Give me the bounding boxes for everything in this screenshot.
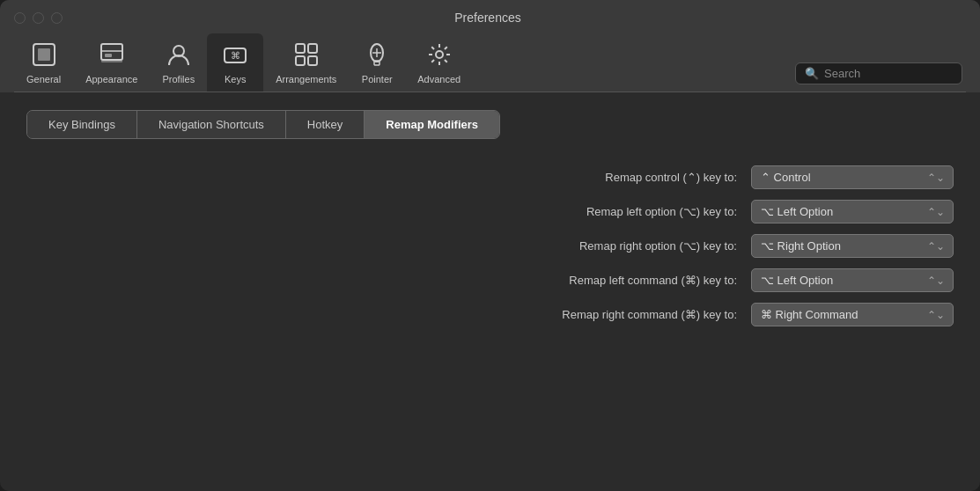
advanced-icon: [424, 39, 455, 70]
search-icon: 🔍: [805, 67, 819, 80]
tab-hotkey[interactable]: Hotkey: [286, 111, 365, 138]
profiles-label: Profiles: [162, 74, 195, 84]
advanced-label: Advanced: [417, 74, 461, 84]
toolbar-item-appearance[interactable]: Appearance: [73, 33, 150, 92]
control-label: Remap control (⌃) key to:: [455, 171, 737, 184]
svg-point-17: [436, 51, 443, 58]
tab-bar: Key Bindings Navigation Shortcuts Hotkey…: [26, 110, 500, 139]
window-title: Preferences: [63, 11, 913, 25]
appearance-label: Appearance: [85, 74, 137, 84]
titlebar: Preferences General: [0, 0, 980, 92]
keys-icon: ⌘: [219, 39, 251, 70]
svg-rect-11: [296, 56, 305, 65]
traffic-lights: [14, 12, 63, 24]
tab-remap-modifiers[interactable]: Remap Modifiers: [365, 111, 499, 138]
pointer-icon: [361, 39, 393, 70]
form-row-right-option: Remap right option (⌥) key to: ⌃ Control…: [44, 234, 954, 258]
toolbar-icons: General Appearance: [14, 33, 795, 92]
toolbar-item-advanced[interactable]: Advanced: [405, 33, 473, 92]
preferences-window: Preferences General: [0, 0, 980, 491]
search-input[interactable]: [824, 67, 947, 80]
arrangements-icon: [291, 39, 322, 70]
profiles-icon: [163, 39, 195, 70]
titlebar-top: Preferences: [14, 11, 966, 25]
toolbar: General Appearance: [14, 33, 966, 92]
svg-rect-9: [296, 44, 305, 53]
left-option-label: Remap left option (⌥) key to:: [455, 205, 737, 218]
left-command-select-wrap: ⌃ Control ⌥ Left Option ⌥ Right Option ⌘…: [751, 268, 954, 292]
toolbar-item-pointer[interactable]: Pointer: [349, 33, 405, 92]
form-row-left-option: Remap left option (⌥) key to: ⌃ Control …: [44, 200, 954, 224]
main-content: Key Bindings Navigation Shortcuts Hotkey…: [0, 92, 980, 491]
svg-rect-12: [308, 56, 317, 65]
right-command-select[interactable]: ⌃ Control ⌥ Left Option ⌥ Right Option ⌘…: [751, 303, 954, 326]
arrangements-label: Arrangements: [276, 74, 336, 84]
svg-rect-10: [308, 44, 317, 53]
toolbar-item-arrangements[interactable]: Arrangements: [263, 33, 349, 92]
form-row-right-command: Remap right command (⌘) key to: ⌃ Contro…: [44, 303, 954, 326]
svg-rect-4: [105, 54, 112, 57]
svg-rect-5: [101, 60, 122, 62]
left-command-select[interactable]: ⌃ Control ⌥ Left Option ⌥ Right Option ⌘…: [751, 268, 954, 292]
svg-rect-2: [101, 44, 122, 60]
svg-rect-16: [374, 61, 379, 65]
left-option-select-wrap: ⌃ Control ⌥ Left Option ⌥ Right Option ⌘…: [751, 200, 954, 224]
toolbar-item-profiles[interactable]: Profiles: [150, 33, 207, 92]
minimize-button[interactable]: [33, 12, 44, 24]
pointer-label: Pointer: [362, 74, 393, 84]
control-select[interactable]: ⌃ Control ⌥ Left Option ⌥ Right Option ⌘…: [751, 165, 954, 189]
maximize-button[interactable]: [51, 12, 63, 24]
toolbar-item-keys[interactable]: ⌘ Keys: [207, 33, 263, 92]
right-option-select-wrap: ⌃ Control ⌥ Left Option ⌥ Right Option ⌘…: [751, 234, 954, 258]
right-command-label: Remap right command (⌘) key to:: [455, 308, 737, 321]
toolbar-item-general[interactable]: General: [14, 33, 73, 92]
remap-form: Remap control (⌃) key to: ⌃ Control ⌥ Le…: [26, 165, 954, 326]
form-row-left-command: Remap left command (⌘) key to: ⌃ Control…: [44, 268, 954, 292]
right-command-select-wrap: ⌃ Control ⌥ Left Option ⌥ Right Option ⌘…: [751, 303, 954, 326]
general-icon: [28, 39, 60, 70]
general-label: General: [26, 74, 61, 84]
appearance-icon: [96, 39, 128, 70]
right-option-label: Remap right option (⌥) key to:: [455, 239, 737, 253]
close-button[interactable]: [14, 12, 26, 24]
search-box[interactable]: 🔍: [795, 62, 962, 84]
svg-rect-1: [38, 48, 50, 61]
keys-label: Keys: [225, 74, 246, 84]
control-select-wrap: ⌃ Control ⌥ Left Option ⌥ Right Option ⌘…: [751, 165, 954, 189]
tab-navigation-shortcuts[interactable]: Navigation Shortcuts: [137, 111, 286, 138]
tab-key-bindings[interactable]: Key Bindings: [27, 111, 137, 138]
right-option-select[interactable]: ⌃ Control ⌥ Left Option ⌥ Right Option ⌘…: [751, 234, 954, 258]
left-option-select[interactable]: ⌃ Control ⌥ Left Option ⌥ Right Option ⌘…: [751, 200, 954, 224]
left-command-label: Remap left command (⌘) key to:: [455, 274, 737, 287]
svg-text:⌘: ⌘: [231, 50, 240, 61]
form-row-control: Remap control (⌃) key to: ⌃ Control ⌥ Le…: [44, 165, 954, 189]
